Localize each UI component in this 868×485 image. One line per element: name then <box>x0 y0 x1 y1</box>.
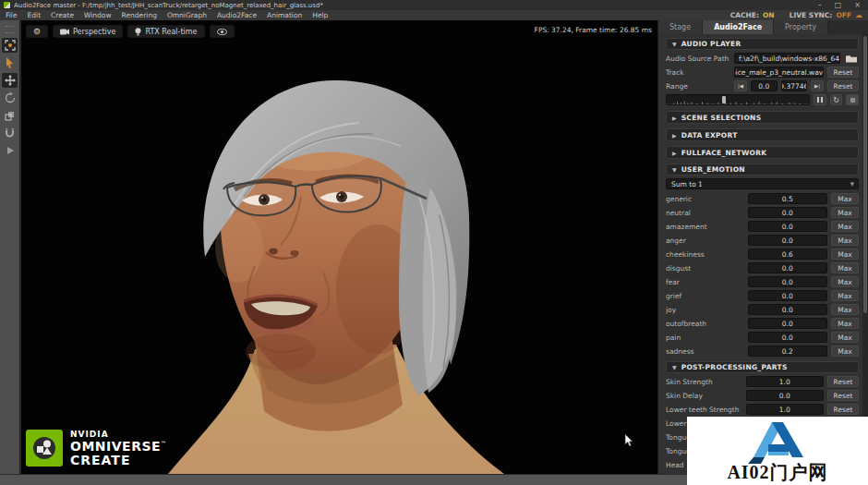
scrollbar-thumb[interactable] <box>863 36 867 313</box>
visibility-button[interactable] <box>210 25 235 38</box>
emotion-slider-row: fear 0.0 Max <box>666 276 859 287</box>
emotion-label: grief <box>666 292 744 300</box>
select-tool-icon[interactable] <box>2 55 18 70</box>
emotion-max-button[interactable]: Max <box>831 249 859 260</box>
minimize-button[interactable]: – <box>818 0 822 10</box>
playhead-handle[interactable] <box>722 96 726 103</box>
eye-icon <box>217 29 227 35</box>
cache-status[interactable]: ON <box>763 11 775 19</box>
post-param-label: Skin Strength <box>666 378 742 386</box>
panel-scrollbar[interactable] <box>862 34 868 474</box>
menu-item[interactable]: Audio2Face <box>217 11 257 19</box>
section-user-emotion[interactable]: ▼ USER_EMOTION <box>666 164 859 176</box>
menu-item[interactable]: Window <box>84 11 112 19</box>
post-param-label: Lower teeth Strength <box>666 406 742 414</box>
emotion-label: cheekiness <box>666 250 744 259</box>
snap-tool-icon[interactable] <box>2 126 18 140</box>
post-reset-button[interactable]: Reset <box>827 376 859 387</box>
emotion-max-button[interactable]: Max <box>831 221 859 232</box>
emotion-value-slider[interactable]: 0.0 <box>748 318 828 329</box>
play-tool-icon[interactable] <box>2 143 18 158</box>
emotion-value-slider[interactable]: 0.0 <box>748 235 828 246</box>
emotion-mode-dropdown[interactable]: Sum to 1 ▼ <box>666 178 859 189</box>
toolbar-grip[interactable] <box>6 26 15 33</box>
emotion-value-slider[interactable]: 0.0 <box>748 262 828 273</box>
post-param-slider[interactable]: 0.0 <box>746 390 825 401</box>
section-audio-player[interactable]: ▼ AUDIO PLAYER <box>666 38 859 50</box>
menu-item[interactable]: Rendering <box>122 11 157 19</box>
panel-tab[interactable]: Property <box>774 20 828 34</box>
emotion-label: amazement <box>666 223 744 231</box>
track-reset-button[interactable]: Reset <box>827 67 859 78</box>
range-start-field[interactable]: 0.0 <box>751 80 778 91</box>
rendered-face <box>142 77 512 474</box>
emotion-value-slider[interactable]: 0.0 <box>748 276 828 287</box>
post-processing-row: Lower teeth Strength 1.0 Reset <box>666 404 859 415</box>
menu-item[interactable]: OmniGraph <box>167 11 207 19</box>
audio-source-path-label: Audio Source Path <box>666 55 730 63</box>
post-reset-button[interactable]: Reset <box>827 390 859 401</box>
move-tool-icon[interactable] <box>2 73 18 88</box>
window-title: Audio2Face master - F:/tmp/jhh_test/JHH_… <box>14 2 818 9</box>
live-sync-status[interactable]: OFF <box>836 11 851 19</box>
emotion-value-slider[interactable]: 0.0 <box>748 221 828 232</box>
emotion-value-slider[interactable]: 0.0 <box>748 332 828 343</box>
emotion-value-slider[interactable]: 0.0 <box>748 304 828 315</box>
emotion-value-slider[interactable]: 0.0 <box>748 290 828 301</box>
scale-tool-icon[interactable] <box>2 108 18 123</box>
range-end-field[interactable]: 9.37746 <box>781 80 808 91</box>
rotate-tool-icon[interactable] <box>2 91 18 105</box>
range-reset-button[interactable]: Reset <box>827 80 859 91</box>
emotion-max-button[interactable]: Max <box>831 318 859 329</box>
emotion-max-button[interactable]: Max <box>831 346 859 357</box>
emotion-max-button[interactable]: Max <box>831 207 859 218</box>
track-dropdown[interactable]: voice_male_p3_neutral.wav ▼ <box>734 67 824 78</box>
logo-brand: NVIDIA <box>70 430 167 439</box>
audio-source-path-field[interactable]: f:\a2f\_build\windows-x86_64\release\e <box>734 53 840 64</box>
emotion-slider-row: sadness 0.2 Max <box>666 346 859 357</box>
renderer-selector[interactable]: RTX Real-time <box>127 25 204 38</box>
post-reset-button[interactable]: Reset <box>827 404 859 415</box>
viewport-settings-button[interactable]: ⚙ <box>26 25 48 38</box>
collapsed-section-header[interactable]: ▶ FULLFACE_NETWORK <box>666 146 859 159</box>
menu-item[interactable]: Edit <box>28 11 42 19</box>
record-button[interactable] <box>846 94 859 105</box>
loop-icon[interactable]: ↻ <box>830 94 842 105</box>
panel-content: ▼ AUDIO PLAYER Audio Source Path f:\a2f\… <box>658 34 862 474</box>
post-param-slider[interactable]: 1.0 <box>746 404 825 415</box>
emotion-max-button[interactable]: Max <box>831 262 859 273</box>
close-button[interactable]: × <box>854 0 861 10</box>
maximize-button[interactable]: □ <box>835 0 842 10</box>
emotion-value-slider[interactable]: 0.0 <box>748 207 828 218</box>
browse-folder-button[interactable] <box>844 53 859 64</box>
emotion-max-button[interactable]: Max <box>831 276 859 287</box>
waveform-scrubber[interactable] <box>666 94 810 105</box>
viewport-canvas[interactable]: ⚙ Perspective RTX Real-time FPS: 37.24, … <box>21 20 657 474</box>
menu-item[interactable]: Create <box>51 11 74 19</box>
logo-edition: CREATE <box>70 454 167 467</box>
collapsed-section-header[interactable]: ▶ SCENE SELECTIONS <box>666 111 859 124</box>
menu-item[interactable]: File <box>6 11 18 19</box>
skip-start-icon[interactable]: |◀ <box>734 80 747 91</box>
emotion-max-button[interactable]: Max <box>831 290 859 301</box>
emotion-value-slider[interactable]: 0.2 <box>748 346 828 357</box>
post-param-slider[interactable]: 1.0 <box>746 376 825 387</box>
focus-tool-icon[interactable] <box>2 38 18 53</box>
pause-button[interactable] <box>814 94 826 105</box>
chevron-down-icon: ▼ <box>823 69 824 75</box>
emotion-max-button[interactable]: Max <box>831 304 859 315</box>
menu-item[interactable]: Help <box>312 11 328 19</box>
gear-icon: ⚙ <box>33 27 41 36</box>
collapsed-section-header[interactable]: ▶ DATA EXPORT <box>666 128 859 141</box>
emotion-max-button[interactable]: Max <box>831 332 859 343</box>
emotion-max-button[interactable]: Max <box>831 193 859 204</box>
emotion-value-slider[interactable]: 0.6 <box>748 249 828 260</box>
panel-tab[interactable]: Stage <box>658 20 703 34</box>
emotion-value-slider[interactable]: 0.5 <box>748 193 828 204</box>
section-post-processing[interactable]: ▼ POST-PROCESSING_PARTS <box>666 361 859 373</box>
camera-selector[interactable]: Perspective <box>53 25 123 38</box>
menu-item[interactable]: Animation <box>267 11 302 19</box>
skip-end-icon[interactable]: ▶| <box>811 80 824 91</box>
emotion-max-button[interactable]: Max <box>831 235 859 246</box>
panel-tab[interactable]: Audio2Face <box>703 20 774 34</box>
